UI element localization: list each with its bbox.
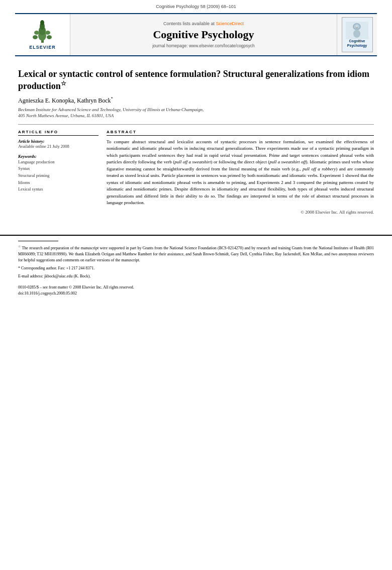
- keyword-2: Syntax: [18, 165, 99, 172]
- contents-available-text: Contents lists available at: [163, 21, 215, 26]
- doi-text: doi:10.1016/j.cogpsych.2008.05.002: [18, 291, 374, 297]
- cover-illustration-icon: [346, 22, 368, 39]
- article-content: Lexical or syntactic control of sentence…: [0, 58, 392, 225]
- authors-text: Agnieszka E. Konopka, Kathryn Bock: [18, 97, 111, 104]
- footer-section: ☆ The research and preparation of the ma…: [0, 235, 392, 302]
- keyword-3: Structural priming: [18, 172, 99, 179]
- sciencedirect-link[interactable]: ScienceDirect: [216, 21, 244, 26]
- abstract-column: ABSTRACT To compare abstract structural …: [107, 130, 374, 215]
- keyword-4: Idioms: [18, 179, 99, 186]
- journal-ref-text: Cognitive Psychology 58 (2009) 68–101: [156, 4, 236, 9]
- available-online: Available online 21 July 2008: [18, 144, 99, 150]
- page-container: Cognitive Psychology 58 (2009) 68–101: [0, 0, 392, 570]
- elsevier-wordmark: ELSEVIER: [29, 45, 56, 50]
- journal-cover-section: Cognitive Psychology: [337, 14, 377, 55]
- star-footnote: ☆ The research and preparation of the ma…: [18, 244, 374, 263]
- article-affiliation: Beckman Institute for Advanced Science a…: [18, 107, 374, 119]
- journal-cover-image: Cognitive Psychology: [342, 17, 373, 52]
- svg-point-8: [47, 35, 52, 39]
- keyword-1: Language production: [18, 159, 99, 166]
- journal-title: Cognitive Psychology: [153, 28, 254, 41]
- issn-line: 0010-0285/$ – see front matter © 2008 El…: [18, 284, 374, 297]
- issn-text: 0010-0285/$ – see front matter © 2008 El…: [18, 284, 374, 291]
- copyright-notice: © 2008 Elsevier Inc. All rights reserved…: [107, 210, 374, 215]
- history-section: Article history: Available online 21 Jul…: [18, 139, 99, 150]
- keywords-section: Keywords: Language production Syntax Str…: [18, 154, 99, 193]
- elsevier-tree-icon: [29, 20, 56, 44]
- svg-point-6: [45, 31, 50, 35]
- abstract-heading: ABSTRACT: [107, 130, 374, 136]
- svg-point-14: [353, 30, 360, 38]
- article-title-text: Lexical or syntactic control of sentence…: [18, 69, 369, 91]
- article-title: Lexical or syntactic control of sentence…: [18, 68, 374, 92]
- journal-homepage: journal homepage: www.elsevier.com/locat…: [152, 43, 255, 48]
- keywords-label: Keywords:: [18, 154, 99, 159]
- star-footnote-text: The research and preparation of the manu…: [18, 246, 374, 262]
- email-footnote: E-mail address: jkbock@uiuc.edu (K. Bock…: [18, 273, 374, 279]
- elsevier-logo: ELSEVIER: [29, 20, 56, 50]
- history-label: Article history:: [18, 139, 99, 144]
- title-star: ☆: [61, 80, 66, 87]
- affiliation-line2: 405 North Mathews Avenue, Urbana, IL 618…: [18, 113, 114, 118]
- corresponding-label: * Corresponding author. Fax: +1 217 244 …: [18, 266, 94, 270]
- journal-title-section: Contents lists available at ScienceDirec…: [70, 14, 337, 55]
- abstract-text: To compare abstract structural and lexic…: [107, 139, 374, 207]
- divider-1: [18, 124, 374, 125]
- keywords-list: Language production Syntax Structural pr…: [18, 159, 99, 193]
- sciencedirect-line: Contents lists available at ScienceDirec…: [163, 21, 244, 26]
- footnote-star-icon: ☆: [18, 245, 21, 248]
- svg-point-7: [33, 35, 38, 39]
- cover-title: Cognitive Psychology: [344, 39, 371, 48]
- article-info-heading: ARTICLE INFO: [18, 130, 99, 136]
- footer-divider: [18, 241, 58, 241]
- journal-banner: ELSEVIER Contents lists available at Sci…: [15, 13, 377, 56]
- elsevier-logo-section: ELSEVIER: [15, 14, 70, 55]
- corresponding-author-footnote: * Corresponding author. Fax: +1 217 244 …: [18, 265, 374, 271]
- authors-star: *: [111, 97, 113, 101]
- keyword-5: Lexical syntax: [18, 186, 99, 193]
- two-column-layout: ARTICLE INFO Article history: Available …: [18, 130, 374, 215]
- email-value: jkbock@uiuc.edu (K. Bock).: [44, 274, 90, 278]
- svg-point-5: [34, 31, 39, 35]
- email-label: E-mail address:: [18, 274, 43, 278]
- article-info-column: ARTICLE INFO Article history: Available …: [18, 130, 99, 215]
- article-authors: Agnieszka E. Konopka, Kathryn Bock*: [18, 97, 374, 105]
- journal-reference: Cognitive Psychology 58 (2009) 68–101: [0, 0, 392, 11]
- svg-point-4: [40, 20, 44, 25]
- affiliation-line1: Beckman Institute for Advanced Science a…: [18, 107, 204, 112]
